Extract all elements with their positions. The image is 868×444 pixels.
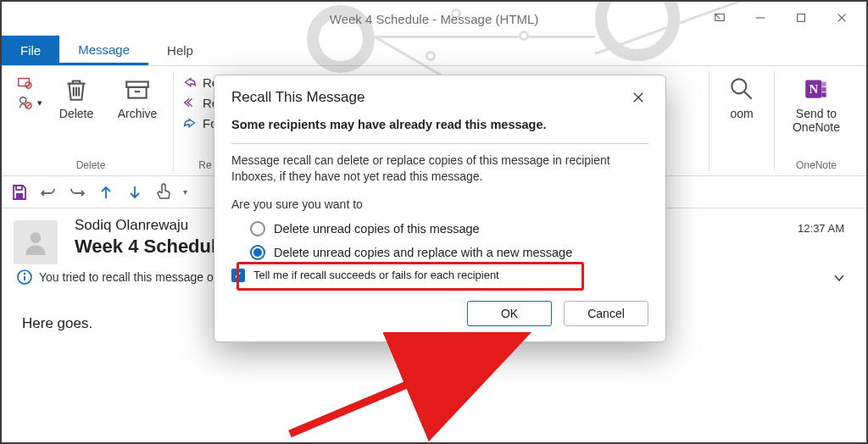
svg-point-9 — [20, 97, 26, 103]
zoom-button[interactable]: oom — [718, 71, 765, 120]
down-arrow-icon[interactable] — [125, 183, 144, 202]
ignore-button[interactable] — [17, 75, 42, 90]
dialog-title: Recall This Message — [231, 89, 364, 106]
junk-button[interactable]: ▾ — [17, 95, 42, 110]
svg-line-11 — [26, 103, 31, 108]
cancel-button[interactable]: Cancel — [564, 301, 648, 326]
svg-line-1 — [715, 14, 720, 19]
close-window-icon[interactable] — [822, 5, 861, 31]
svg-point-30 — [24, 273, 25, 275]
archive-label: Archive — [118, 107, 158, 120]
info-icon — [17, 269, 32, 285]
svg-point-27 — [31, 232, 42, 243]
trash-icon — [62, 75, 91, 103]
expand-header-icon[interactable] — [832, 271, 846, 285]
window-title: Week 4 Schedule - Message (HTML) — [330, 12, 538, 26]
dialog-prompt: Are you sure you want to — [231, 197, 648, 213]
radio-icon — [250, 245, 265, 260]
info-text: You tried to recall this message on — [39, 270, 220, 284]
ok-button[interactable]: OK — [467, 301, 552, 326]
group-delete-label: Delete — [17, 159, 164, 171]
delete-button[interactable]: Delete — [49, 71, 103, 120]
undo-icon[interactable] — [39, 183, 58, 202]
option-delete-unread[interactable]: Delete unread copies of this message — [250, 221, 648, 236]
radio-icon — [250, 221, 265, 236]
forward-icon — [182, 115, 198, 130]
svg-rect-24 — [821, 92, 826, 97]
checkbox-tell-me[interactable]: ✓ Tell me if recall succeeds or fails fo… — [231, 269, 648, 282]
ribbon-display-options-icon[interactable] — [700, 5, 739, 31]
archive-button[interactable]: Archive — [110, 71, 164, 120]
group-onenote-label: OneNote — [783, 159, 849, 171]
title-bar: Week 4 Schedule - Message (HTML) — [2, 2, 866, 36]
svg-line-8 — [26, 83, 31, 87]
option-delete-and-replace[interactable]: Delete unread copies and replace with a … — [250, 245, 648, 260]
dialog-heading: Some recipients may have already read th… — [231, 118, 648, 131]
reply-all-icon — [182, 95, 198, 110]
save-icon[interactable] — [10, 183, 29, 202]
svg-rect-26 — [16, 193, 23, 198]
junk-icon — [17, 95, 32, 110]
svg-point-18 — [732, 79, 746, 93]
up-arrow-icon[interactable] — [97, 183, 115, 202]
avatar — [14, 220, 58, 264]
svg-rect-23 — [821, 87, 826, 92]
dialog-description: Message recall can delete or replace cop… — [231, 153, 648, 185]
redo-icon[interactable] — [68, 183, 86, 202]
tab-file[interactable]: File — [2, 36, 59, 65]
checkbox-icon: ✓ — [231, 269, 245, 282]
tab-help[interactable]: Help — [148, 36, 212, 65]
minimize-icon[interactable] — [741, 5, 780, 31]
touch-mode-icon[interactable] — [154, 183, 173, 202]
divider — [231, 143, 648, 144]
svg-line-19 — [744, 92, 752, 99]
send-to-onenote-button[interactable]: N Send to OneNote — [783, 71, 849, 134]
dialog-close-icon[interactable] — [628, 87, 648, 108]
maximize-icon[interactable] — [782, 5, 821, 31]
ignore-icon — [17, 75, 32, 90]
zoom-icon — [727, 75, 756, 103]
recall-dialog: Recall This Message Some recipients may … — [214, 75, 666, 342]
svg-text:N: N — [809, 82, 818, 96]
onenote-icon: N — [802, 75, 831, 103]
delete-label: Delete — [59, 107, 93, 120]
svg-rect-22 — [821, 82, 826, 86]
ribbon-tabs: File Message Help — [2, 36, 866, 66]
tab-message[interactable]: Message — [59, 36, 148, 65]
ribbon-group-delete: ▾ Delete Archive Delete — [8, 71, 174, 171]
archive-icon — [123, 75, 152, 103]
svg-rect-25 — [16, 186, 22, 190]
reply-icon — [182, 75, 198, 90]
svg-rect-3 — [798, 14, 805, 22]
message-time: 12:37 AM — [798, 222, 844, 235]
